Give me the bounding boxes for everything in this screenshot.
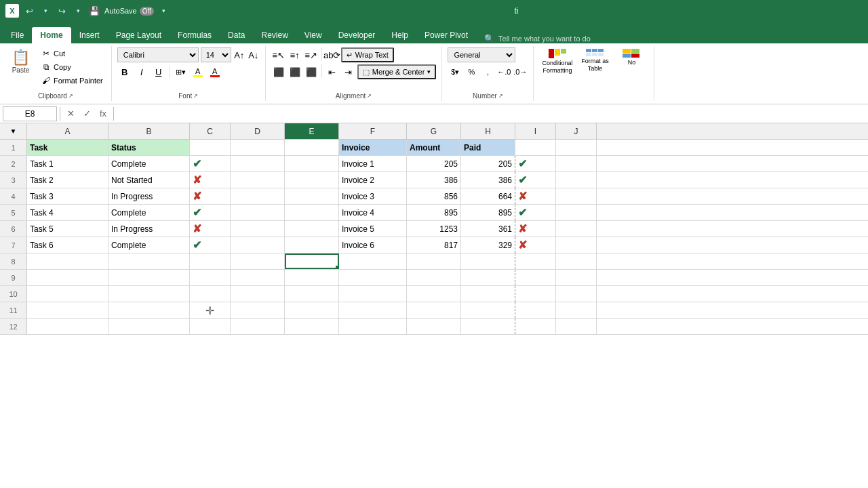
cell-b8[interactable] [108, 253, 190, 269]
save-icon[interactable]: 💾 [88, 5, 100, 17]
cell-j7[interactable] [556, 237, 597, 253]
cell-c6[interactable]: ✘ [190, 221, 231, 237]
cell-j3[interactable] [556, 172, 597, 188]
cell-f10[interactable] [339, 286, 407, 302]
cell-b6[interactable]: In Progress [108, 221, 190, 237]
cell-c4[interactable]: ✘ [190, 188, 231, 204]
cell-a5[interactable]: Task 4 [27, 205, 108, 220]
cell-f12[interactable] [339, 319, 407, 334]
cell-e4[interactable] [285, 188, 339, 204]
merge-dropdown-icon[interactable]: ▾ [427, 68, 431, 75]
cell-h3[interactable]: 386 [461, 172, 515, 188]
font-name-select[interactable]: Calibri [117, 47, 199, 62]
cell-h1[interactable]: Paid [461, 140, 515, 155]
cell-c11[interactable]: ✛ [190, 302, 231, 318]
format-painter-button[interactable]: 🖌 Format Painter [39, 75, 106, 87]
font-expand-icon[interactable]: ↗ [193, 93, 198, 99]
cell-d1[interactable] [231, 140, 285, 155]
cell-e9[interactable] [285, 270, 339, 285]
cell-j9[interactable] [556, 270, 597, 285]
cell-a3[interactable]: Task 2 [27, 172, 108, 188]
col-header-j[interactable]: J [556, 123, 597, 139]
cell-b9[interactable] [108, 270, 190, 285]
number-expand-icon[interactable]: ↗ [498, 93, 503, 99]
cell-c5[interactable]: ✔ [190, 205, 231, 220]
cell-b5[interactable]: Complete [108, 205, 190, 220]
cell-a8[interactable] [27, 253, 108, 269]
decrease-indent-button[interactable]: ⇤ [325, 64, 340, 79]
cell-h2[interactable]: 205 [461, 156, 515, 171]
cell-a2[interactable]: Task 1 [27, 156, 108, 171]
cell-g8[interactable] [407, 253, 461, 269]
cell-i7[interactable]: ✘ [515, 237, 556, 253]
cell-a1[interactable]: Task [27, 140, 108, 155]
cell-i9[interactable] [515, 270, 556, 285]
cell-j6[interactable] [556, 221, 597, 237]
cell-c2[interactable]: ✔ [190, 156, 231, 171]
cell-h5[interactable]: 895 [461, 205, 515, 220]
col-header-g[interactable]: G [407, 123, 461, 139]
cell-i8[interactable] [515, 253, 556, 269]
col-header-f[interactable]: F [339, 123, 407, 139]
row-num-5[interactable]: 5 [0, 205, 27, 220]
cell-h9[interactable] [461, 270, 515, 285]
cell-styles-button[interactable]: No [614, 47, 648, 68]
tab-power-pivot[interactable]: Power Pivot [416, 27, 476, 43]
search-label[interactable]: Tell me what you want to do [498, 35, 591, 43]
bold-button[interactable]: B [117, 64, 132, 79]
cell-e12[interactable] [285, 319, 339, 334]
cell-j2[interactable] [556, 156, 597, 171]
cell-g11[interactable] [407, 302, 461, 318]
col-header-a[interactable]: A [27, 123, 108, 139]
cell-g4[interactable]: 856 [407, 188, 461, 204]
cell-e6[interactable] [285, 221, 339, 237]
align-top-right-button[interactable]: ≡↗ [304, 47, 319, 62]
cell-b2[interactable]: Complete [108, 156, 190, 171]
cell-g3[interactable]: 386 [407, 172, 461, 188]
undo-button[interactable]: ↩ [23, 5, 35, 17]
clipboard-expand-icon[interactable]: ↗ [68, 93, 73, 99]
cell-e11[interactable] [285, 302, 339, 318]
cell-j8[interactable] [556, 253, 597, 269]
tab-home[interactable]: Home [32, 27, 71, 43]
cell-b11[interactable] [108, 302, 190, 318]
cell-b1[interactable]: Status [108, 140, 190, 155]
cell-i3[interactable]: ✔ [515, 172, 556, 188]
fill-color-button[interactable]: A [191, 64, 205, 79]
cell-i12[interactable] [515, 319, 556, 334]
row-num-12[interactable]: 12 [0, 319, 27, 334]
cell-i5[interactable]: ✔ [515, 205, 556, 220]
font-size-select[interactable]: 14 [201, 47, 231, 62]
row-num-9[interactable]: 9 [0, 270, 27, 285]
tab-review[interactable]: Review [253, 27, 296, 43]
cell-f11[interactable] [339, 302, 407, 318]
cell-g5[interactable]: 895 [407, 205, 461, 220]
increase-decimal-button[interactable]: .0→ [513, 64, 528, 79]
cell-a7[interactable]: Task 6 [27, 237, 108, 253]
cell-c9[interactable] [190, 270, 231, 285]
customize-qat[interactable]: ▾ [158, 5, 170, 17]
cell-b10[interactable] [108, 286, 190, 302]
row-num-4[interactable]: 4 [0, 188, 27, 204]
cell-d2[interactable] [231, 156, 285, 171]
cell-h6[interactable]: 361 [461, 221, 515, 237]
cell-i11[interactable] [515, 302, 556, 318]
cell-d7[interactable] [231, 237, 285, 253]
cell-g12[interactable] [407, 319, 461, 334]
paste-button[interactable]: 📋 Paste [5, 47, 36, 77]
cell-f2[interactable]: Invoice 1 [339, 156, 407, 171]
cell-b3[interactable]: Not Started [108, 172, 190, 188]
increase-indent-button[interactable]: ⇥ [341, 64, 356, 79]
cell-f6[interactable]: Invoice 5 [339, 221, 407, 237]
col-header-c[interactable]: C [190, 123, 231, 139]
cell-e10[interactable] [285, 286, 339, 302]
cell-f4[interactable]: Invoice 3 [339, 188, 407, 204]
cell-j11[interactable] [556, 302, 597, 318]
cell-c7[interactable]: ✔ [190, 237, 231, 253]
cell-h12[interactable] [461, 319, 515, 334]
col-header-e[interactable]: E [285, 123, 339, 139]
row-num-10[interactable]: 10 [0, 286, 27, 302]
tab-developer[interactable]: Developer [330, 27, 384, 43]
italic-button[interactable]: I [134, 64, 149, 79]
row-num-8[interactable]: 8 [0, 253, 27, 269]
